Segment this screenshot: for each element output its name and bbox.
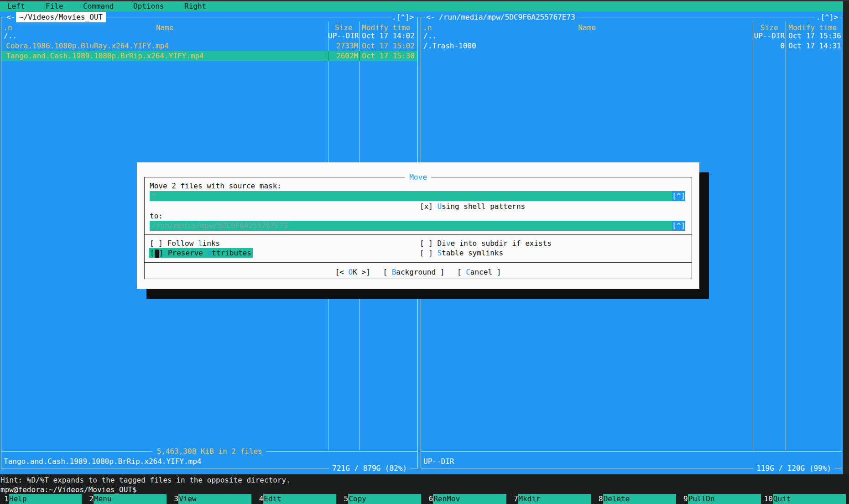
disk-usage: 721G / 879G (82%) xyxy=(329,463,410,473)
fkey-mkdir[interactable]: 7Mkdir xyxy=(510,494,594,504)
menu-item-file[interactable]: File xyxy=(46,1,63,11)
screen-top-edge xyxy=(0,0,849,1)
column-separator xyxy=(328,51,328,61)
menu-bar: Left File Command Options Right xyxy=(0,1,849,11)
fkey-label: RenMov xyxy=(433,494,506,504)
to-label: to: xyxy=(150,211,163,221)
source-mask-value: * xyxy=(150,191,672,201)
function-key-bar: 1Help 2Menu 3View 4Edit 5Copy 6RenMov 7M… xyxy=(0,494,849,504)
file-mtime: Oct 17 14:02 xyxy=(362,31,415,41)
fkey-view[interactable]: 3View xyxy=(170,494,255,504)
fkey-label: Quit xyxy=(773,494,846,504)
file-row[interactable]: /.. UP--DIR Oct 17 14:02 xyxy=(1,31,417,41)
file-row-selected[interactable]: Tango.and.Cash.1989.1080p.BrRip.x264.YIF… xyxy=(1,51,417,61)
destination-value: /run/media/mpw/5DC9F6A255767E73 xyxy=(150,221,672,231)
file-row[interactable]: /.. UP--DIR Oct 17 15:36 xyxy=(421,31,842,41)
mini-status: UP--DIR xyxy=(423,457,454,466)
summary-separator xyxy=(421,451,842,452)
panel-summary: 5,463,308 KiB in 2 files xyxy=(1,447,417,456)
file-mtime: Oct 17 15:36 xyxy=(788,31,841,41)
background-button[interactable]: [ Background ] xyxy=(383,267,444,277)
left-panel-history-widget[interactable]: .[^]> xyxy=(391,12,415,22)
checkbox-stable-symlinks[interactable]: [ ] Stable symlinks xyxy=(420,248,503,258)
fkey-number: 6 xyxy=(424,494,433,504)
fkey-number: 10 xyxy=(764,494,773,504)
fkey-number: 9 xyxy=(679,494,688,504)
right-panel-title[interactable]: /run/media/mpw/5DC9F6A255767E73 xyxy=(436,12,578,22)
fkey-label: Edit xyxy=(263,494,336,504)
menu-item-command[interactable]: Command xyxy=(83,1,114,11)
right-panel-back-arrow-icon: <- xyxy=(425,12,436,22)
checkbox-follow-links[interactable]: [ ] Follow links xyxy=(150,239,220,248)
dialog-separator xyxy=(144,262,692,263)
fkey-quit[interactable]: 10Quit xyxy=(764,494,849,504)
fkey-renmov[interactable]: 6RenMov xyxy=(424,494,509,504)
file-size: 2733M xyxy=(328,41,358,51)
fkey-delete[interactable]: 8Delete xyxy=(594,494,679,504)
fkey-number: 5 xyxy=(339,494,348,504)
fkey-copy[interactable]: 5Copy xyxy=(339,494,424,504)
file-mtime: Oct 17 15:02 xyxy=(362,41,415,51)
fkey-number: 7 xyxy=(510,494,518,504)
left-panel-title[interactable]: ~/Videos/Movies_OUT xyxy=(16,12,106,22)
file-size: UP--DIR xyxy=(753,31,785,41)
file-row[interactable]: /.Trash-1000 0 Oct 17 14:31 xyxy=(421,41,842,51)
bottom-bar: Hint: %D/%T expands to the tagged files … xyxy=(0,474,849,504)
mc-screen: Left File Command Options Right <- ~/Vid… xyxy=(0,0,849,504)
file-mtime: Oct 17 14:31 xyxy=(788,41,841,51)
fkey-label: PullDn xyxy=(688,494,761,504)
file-size: UP--DIR xyxy=(328,31,358,41)
dialog-button-row: [< OK >] [ Background ] [ Cancel ] xyxy=(137,267,699,277)
fkey-pulldn[interactable]: 9PullDn xyxy=(679,494,764,504)
source-mask-input[interactable]: * [^] xyxy=(150,191,685,201)
file-row[interactable]: Cobra.1986.1080p.BluRay.x264.YIFY.mp4 27… xyxy=(1,41,417,51)
mini-status: Tango.and.Cash.1989.1080p.BrRip.x264.YIF… xyxy=(4,457,201,466)
checkbox-dive-into-subdir[interactable]: [ ] Dive into subdir if exists xyxy=(420,239,552,248)
ok-button[interactable]: [< OK >] xyxy=(335,267,370,277)
fkey-number: 2 xyxy=(85,494,94,504)
hint-line: Hint: %D/%T expands to the tagged files … xyxy=(0,475,291,485)
destination-input[interactable]: /run/media/mpw/5DC9F6A255767E73 [^] xyxy=(150,221,685,231)
fkey-menu[interactable]: 2Menu xyxy=(85,494,170,504)
fkey-label: Help xyxy=(9,494,82,504)
checkbox-using-shell-patterns[interactable]: [x] Using shell patterns xyxy=(420,202,525,211)
disk-usage: 119G / 120G (99%) xyxy=(753,463,834,473)
fkey-label: Mkdir xyxy=(518,494,591,504)
command-line[interactable]: mpw@fedora:~/Videos/Movies_OUT$ xyxy=(0,485,137,494)
column-separator xyxy=(359,51,359,61)
column-separator xyxy=(786,21,786,450)
fkey-label: Delete xyxy=(603,494,676,504)
file-mtime: Oct 17 15:30 xyxy=(362,51,415,61)
file-name: /.Trash-1000 xyxy=(421,41,752,51)
fkey-label: Menu xyxy=(94,494,167,504)
dialog-separator xyxy=(144,234,692,235)
dialog-title: Move xyxy=(137,172,699,182)
fkey-number: 1 xyxy=(0,494,9,504)
menu-item-options[interactable]: Options xyxy=(133,1,164,11)
menu-item-right[interactable]: Right xyxy=(184,1,206,11)
file-name: /.. xyxy=(1,31,327,41)
file-size: 0 xyxy=(753,41,785,51)
file-name: /.. xyxy=(421,31,752,41)
file-name: Cobra.1986.1080p.BluRay.x264.YIFY.mp4 xyxy=(1,41,327,51)
fkey-label: Copy xyxy=(348,494,421,504)
checkbox-preserve-attributes[interactable]: [ ] Preserve attributes xyxy=(149,248,253,258)
text-cursor xyxy=(155,249,159,258)
column-separator xyxy=(753,21,753,450)
fkey-number: 4 xyxy=(255,494,263,504)
history-dropdown-button[interactable]: [^] xyxy=(672,221,685,231)
fkey-help[interactable]: 1Help xyxy=(0,494,85,504)
fkey-edit[interactable]: 4Edit xyxy=(255,494,339,504)
source-mask-label: Move 2 files with source mask: xyxy=(150,181,281,191)
file-size: 2602M xyxy=(328,51,358,61)
right-panel-history-widget[interactable]: .[^]> xyxy=(815,12,839,22)
file-name: Tango.and.Cash.1989.1080p.BrRip.x264.YIF… xyxy=(1,51,327,61)
move-dialog: Move Move 2 files with source mask: * [^… xyxy=(137,162,699,289)
screen-right-edge xyxy=(843,1,849,474)
menu-item-left[interactable]: Left xyxy=(7,1,25,11)
fkey-number: 8 xyxy=(594,494,603,504)
cancel-button[interactable]: [ Cancel ] xyxy=(457,267,501,277)
history-dropdown-button[interactable]: [^] xyxy=(672,191,685,201)
fkey-label: View xyxy=(178,494,251,504)
left-panel-back-arrow-icon: <- xyxy=(5,12,16,22)
